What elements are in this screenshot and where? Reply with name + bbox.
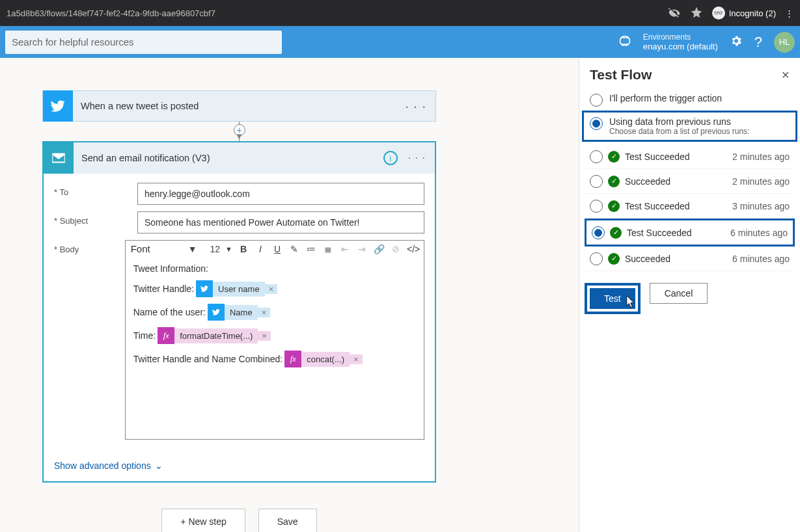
run-label: Succeeded: [625, 254, 670, 264]
rte-toolbar: Font▼ 12▼ B I U ✎ ≔ ≣ ⇤: [126, 241, 424, 257]
runs-list: ✓Test Succeeded2 minutes ago✓Succeeded2 …: [579, 142, 800, 274]
label-subject: Subject: [54, 211, 137, 226]
check-icon: ✓: [608, 176, 620, 187]
run-label: Succeeded: [625, 176, 670, 187]
radio-icon: [590, 150, 603, 163]
check-icon: ✓: [610, 227, 622, 239]
bullet-list-icon[interactable]: ≔: [305, 244, 317, 254]
indent-icon[interactable]: ⇥: [356, 244, 368, 254]
remove-token-icon[interactable]: ×: [258, 308, 271, 317]
underline-icon[interactable]: U: [271, 244, 283, 254]
remove-token-icon[interactable]: ×: [265, 284, 278, 294]
radio-subtext: Choose data from a list of previous runs…: [609, 127, 749, 136]
token-formatdatetime[interactable]: fx formatDateTime(...) ×: [158, 327, 271, 344]
radio-icon: [590, 252, 603, 265]
run-row[interactable]: ✓Succeeded6 minutes ago: [585, 246, 795, 271]
radio-manual[interactable]: I'll perform the trigger action: [579, 89, 800, 111]
italic-icon[interactable]: I: [255, 244, 266, 254]
radio-icon: [590, 175, 603, 188]
close-icon[interactable]: ✕: [781, 69, 790, 81]
arrow-down-icon: ▼: [235, 131, 243, 141]
twitter-icon: [208, 304, 225, 321]
font-select[interactable]: Font: [131, 243, 183, 254]
run-row[interactable]: ✓Succeeded2 minutes ago: [585, 169, 795, 194]
new-step-button[interactable]: + New step: [161, 509, 245, 532]
highlight-icon[interactable]: ✎: [288, 244, 300, 254]
token-name[interactable]: Name ×: [208, 304, 270, 321]
avatar-initials: HL: [779, 37, 790, 47]
bold-icon[interactable]: B: [238, 244, 249, 254]
body-time-label: Time:: [133, 330, 156, 341]
flow-canvas: When a new tweet is posted · · · + ▼ Sen…: [0, 58, 579, 532]
run-label: Test Succeeded: [625, 201, 690, 211]
label-to: To: [54, 183, 137, 197]
action-card: Send an email notification (V3) i · · · …: [42, 141, 436, 483]
environment-icon[interactable]: [618, 34, 631, 50]
cancel-button[interactable]: Cancel: [650, 283, 708, 304]
action-more-icon[interactable]: · · ·: [408, 152, 426, 164]
fx-icon: fx: [158, 327, 174, 344]
link-icon[interactable]: 🔗: [373, 244, 385, 254]
trigger-title: When a new tweet is posted: [73, 101, 396, 111]
help-icon[interactable]: ?: [754, 34, 762, 51]
check-icon: ✓: [608, 253, 620, 265]
incognito-label: Incognito (2): [729, 8, 776, 18]
advanced-label: Show advanced options: [54, 460, 151, 471]
run-time: 2 minutes ago: [732, 176, 790, 187]
run-label: Test Succeeded: [625, 152, 690, 162]
rte-body[interactable]: Tweet Information: Twitter Handle: User …: [126, 257, 424, 439]
font-dropdown-icon[interactable]: ▼: [188, 244, 197, 254]
remove-token-icon[interactable]: ×: [350, 354, 363, 364]
token-label: concat(...): [301, 352, 350, 367]
remove-token-icon[interactable]: ×: [258, 331, 271, 341]
chevron-down-icon: ⌄: [155, 460, 163, 471]
save-button[interactable]: Save: [258, 509, 317, 532]
run-time: 3 minutes ago: [732, 201, 790, 211]
action-header[interactable]: Send an email notification (V3) i · · ·: [44, 142, 435, 174]
outdent-icon[interactable]: ⇤: [339, 244, 351, 254]
token-concat[interactable]: fx concat(...) ×: [284, 351, 362, 367]
overflow-icon[interactable]: ⋮: [785, 8, 793, 18]
size-select[interactable]: 12: [210, 244, 221, 254]
settings-gear-icon[interactable]: [730, 34, 743, 50]
search-placeholder: Search for helpful resources: [12, 36, 134, 47]
trigger-more-icon[interactable]: · · ·: [396, 99, 435, 114]
avatar[interactable]: HL: [774, 32, 795, 53]
token-label: formatDateTime(...): [174, 328, 258, 343]
suite-bar: Search for helpful resources Environment…: [0, 26, 800, 58]
number-list-icon[interactable]: ≣: [322, 244, 334, 254]
info-icon[interactable]: i: [383, 151, 398, 165]
fx-icon: fx: [284, 351, 301, 367]
eye-off-icon[interactable]: [668, 6, 681, 21]
token-label: Name: [225, 305, 258, 320]
size-dropdown-icon[interactable]: ▼: [225, 245, 232, 253]
label-body: Body: [54, 240, 125, 254]
run-row[interactable]: ✓Test Succeeded6 minutes ago: [585, 219, 795, 246]
unlink-icon[interactable]: ⊘: [390, 244, 402, 254]
codeview-icon[interactable]: </>: [407, 244, 419, 254]
advanced-options-toggle[interactable]: Show advanced options ⌄: [44, 454, 435, 481]
radio-previous[interactable]: Using data from previous runs Choose dat…: [582, 111, 797, 142]
panel-title: Test Flow: [590, 67, 781, 83]
radio-icon: [590, 200, 603, 213]
environment-picker[interactable]: Environments enayu.com (default): [643, 33, 718, 52]
run-time: 6 minutes ago: [730, 228, 788, 238]
to-input[interactable]: [137, 183, 424, 205]
trigger-card[interactable]: When a new tweet is posted · · ·: [42, 90, 436, 122]
run-time: 2 minutes ago: [732, 152, 790, 162]
mail-icon: [44, 142, 74, 174]
search-input[interactable]: Search for helpful resources: [5, 31, 282, 54]
test-button[interactable]: Test: [590, 288, 635, 309]
run-time: 6 minutes ago: [732, 254, 790, 264]
star-icon[interactable]: [690, 6, 703, 21]
subject-input[interactable]: [137, 211, 424, 233]
run-row[interactable]: ✓Test Succeeded2 minutes ago: [585, 144, 795, 169]
incognito-badge[interactable]: 👓 Incognito (2): [712, 7, 776, 20]
token-username[interactable]: User name ×: [196, 280, 277, 297]
check-icon: ✓: [608, 200, 620, 212]
url-text: 1a5d8b63/flows/148ef747-fef2-4f2a-9fdb-a…: [7, 8, 668, 18]
rich-text-editor: Font▼ 12▼ B I U ✎ ≔ ≣ ⇤: [125, 240, 424, 440]
test-flow-panel: Test Flow ✕ I'll perform the trigger act…: [579, 58, 800, 532]
incognito-icon: 👓: [712, 7, 725, 20]
run-row[interactable]: ✓Test Succeeded3 minutes ago: [585, 194, 795, 219]
